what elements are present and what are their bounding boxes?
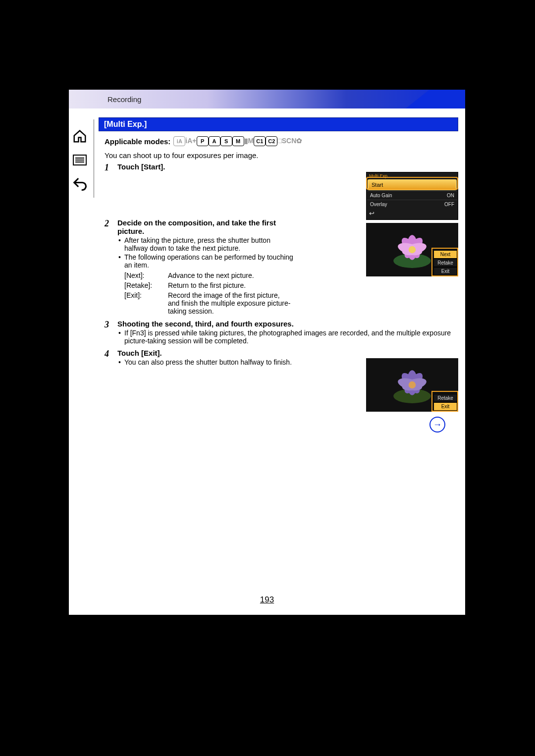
camera-menu-back-icon[interactable]: ↩	[367, 209, 457, 219]
mode-icon: SCN	[282, 136, 297, 145]
mode-icon: C1	[254, 136, 266, 146]
sidebar	[66, 119, 94, 198]
continue-arrow-icon[interactable]: →	[429, 417, 445, 432]
camera-preview-2: Retake Exit	[366, 355, 458, 412]
camera-menu-row[interactable]: Auto GainON	[367, 191, 457, 200]
step-3: 3 Shooting the second, third, and fourth…	[105, 320, 452, 346]
def-val: Record the image of the first picture, a…	[168, 291, 295, 316]
step-1: 1 Touch [Start].	[105, 162, 452, 173]
section-title: [Multi Exp.]	[99, 117, 458, 131]
step-number: 4	[105, 349, 117, 367]
applicable-modes: Applicable modes: iAiA+PASM▮MC1C2□SCN✿	[105, 136, 452, 146]
def-val: Advance to the next picture.	[168, 271, 295, 280]
bullet: The following operations can be performe…	[124, 253, 296, 269]
mode-icon: iA	[173, 136, 185, 146]
highlight-outline	[431, 391, 458, 412]
step-title: Shooting the second, third, and fourth e…	[117, 320, 452, 328]
description: You can shoot up to four exposures per i…	[105, 151, 452, 160]
def-key: [Exit]:	[124, 291, 167, 316]
mode-icon: C2	[266, 136, 277, 146]
modes-label: Applicable modes:	[105, 137, 170, 146]
def-key: [Next]:	[124, 271, 167, 280]
header-section: Recording	[107, 95, 141, 104]
step-number: 2	[105, 218, 117, 317]
def-val: Return to the first picture.	[168, 281, 295, 290]
mode-icon: M	[232, 136, 244, 146]
step-number: 3	[105, 320, 117, 346]
mode-icon: S	[220, 136, 232, 146]
header-band: Recording	[69, 90, 465, 108]
back-icon[interactable]	[70, 174, 90, 194]
highlight-outline	[366, 177, 458, 190]
highlight-outline	[431, 248, 458, 276]
mode-icon: P	[197, 136, 209, 146]
step-title: Touch [Start].	[117, 162, 452, 171]
def-key: [Retake]:	[124, 281, 167, 290]
manual-page: Recording [Multi Exp.] Applicable modes:…	[69, 90, 465, 615]
mode-icon: ▮M	[244, 136, 254, 145]
flower-illustration	[390, 227, 434, 272]
step-title: Decide on the composition, and take the …	[117, 218, 296, 235]
svg-point-10	[409, 246, 416, 253]
page-number: 193	[69, 595, 465, 605]
definitions: [Next]:Advance to the next picture. [Ret…	[123, 270, 296, 317]
mode-icon: ✿	[296, 136, 302, 145]
mode-icon: A	[209, 136, 220, 146]
menu-icon[interactable]	[70, 150, 90, 170]
mode-icon: iA+	[185, 136, 196, 145]
camera-menu-row[interactable]: OverlayOFF	[367, 200, 457, 209]
modes-icons: iAiA+PASM▮MC1C2□SCN✿	[173, 136, 302, 146]
svg-point-17	[409, 381, 416, 388]
bullet: If [Fn3] is pressed while taking picture…	[124, 329, 452, 345]
mode-icon: □	[277, 136, 281, 145]
home-icon[interactable]	[70, 126, 90, 146]
bullet: After taking the picture, press the shut…	[124, 236, 296, 252]
flower-illustration	[390, 363, 434, 407]
camera-menu-preview-1: Multi Exp. Start Auto GainON OverlayOFF …	[366, 172, 458, 276]
step-number: 1	[105, 162, 117, 173]
